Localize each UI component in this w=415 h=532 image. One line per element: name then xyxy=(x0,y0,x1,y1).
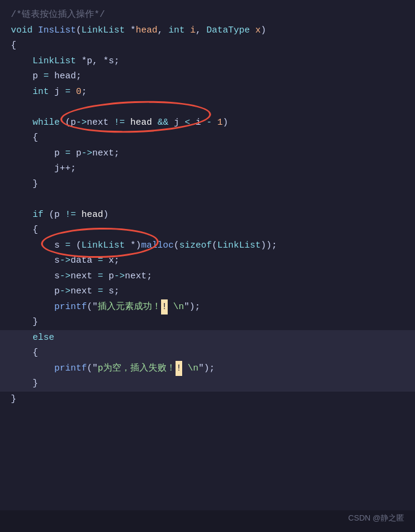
code-line-18: s -> next = p -> next ; xyxy=(0,269,415,284)
code-line-5: p = head ; xyxy=(0,69,415,84)
code-line-10: p = p -> next ; xyxy=(0,146,415,161)
code-line-3: { xyxy=(0,38,415,54)
code-line-20: printf (" 插入元素成功！ ! \n "); xyxy=(0,299,415,315)
watermark: CSDN @静之匿 xyxy=(348,513,404,524)
code-line-1: /*链表按位插入操作*/ xyxy=(0,7,415,23)
code-line-12: } xyxy=(0,177,415,192)
code-line-23: { xyxy=(0,345,415,361)
code-line-9: { xyxy=(0,130,415,146)
bottom-bar: CSDN @静之匿 xyxy=(0,510,415,532)
code-line-14: if ( p != head ) xyxy=(0,207,415,223)
code-line-19: p -> next = s ; xyxy=(0,284,415,299)
code-line-4: LinkList * p , * s ; xyxy=(0,54,415,69)
code-line-24: printf (" p为空，插入失败！ ! \n "); xyxy=(0,361,415,377)
code-line-11: j ++; xyxy=(0,161,415,177)
func-name: InsList xyxy=(38,23,76,39)
code-comment: /*链表按位插入操作*/ xyxy=(11,7,105,23)
code-line-15: { xyxy=(0,222,415,238)
code-line-16: s = ( LinkList *) malloc ( sizeof ( Link… xyxy=(0,238,415,254)
code-line-7 xyxy=(0,99,415,115)
code-line-2: void InsList ( LinkList * head , int i ,… xyxy=(0,23,415,39)
code-line-25: } xyxy=(0,376,415,392)
code-line-13 xyxy=(0,192,415,207)
code-line-22: else xyxy=(0,330,415,346)
code-line-8: while ( p -> next != head && j < i - 1 ) xyxy=(0,115,415,131)
keyword-void: void xyxy=(11,23,33,39)
highlight-exclamation-2: ! xyxy=(176,361,182,377)
code-line-21: } xyxy=(0,315,415,330)
highlight-exclamation-1: ! xyxy=(161,299,168,315)
code-line-6: int j = 0 ; xyxy=(0,84,415,100)
code-block: /*链表按位插入操作*/ void InsList ( LinkList * h… xyxy=(0,0,415,414)
code-line-17: s -> data = x ; xyxy=(0,253,415,269)
code-line-26: } xyxy=(0,392,415,407)
